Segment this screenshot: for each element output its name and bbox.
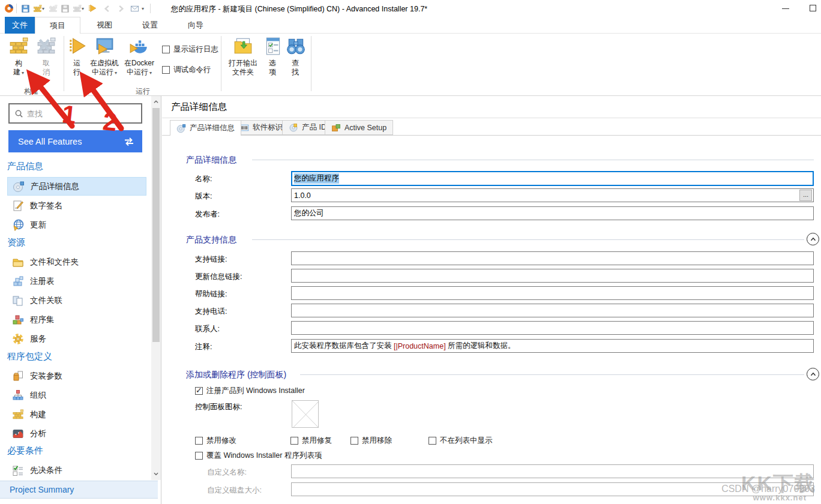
checkbox-box[interactable] xyxy=(195,437,203,445)
sidebar-item-registry[interactable]: 注册表 xyxy=(7,272,146,290)
version-browse-button[interactable]: ... xyxy=(799,190,812,201)
custom-disk-size-field[interactable] xyxy=(291,482,814,496)
disable-remove-checkbox[interactable]: 禁用移除 xyxy=(350,436,392,446)
quick-run-button[interactable] xyxy=(87,3,98,14)
collapse-add-remove-section-button[interactable] xyxy=(807,368,819,380)
sidebar-item-organization[interactable]: 组织 xyxy=(7,386,146,404)
register-product-checkbox[interactable]: 注册产品到 Windows Installer xyxy=(195,386,305,396)
tab-view[interactable]: 视图 xyxy=(84,17,125,34)
checkbox-box-checked[interactable] xyxy=(195,387,203,395)
support-phone-field[interactable] xyxy=(291,304,814,317)
help-link-field[interactable] xyxy=(291,286,814,300)
contact-field[interactable] xyxy=(291,321,814,335)
sidebar-item-analytics[interactable]: 分析 xyxy=(7,424,146,443)
debug-command-line-checkbox[interactable]: 调试命令行 xyxy=(162,65,211,75)
prerequisites-icon xyxy=(12,464,24,476)
override-installer-list-checkbox[interactable]: 覆盖 Windows Installer 程序列表项 xyxy=(195,451,322,461)
sidebar-item-updater[interactable]: 更新 xyxy=(7,215,146,234)
divider xyxy=(162,118,821,118)
checkbox-box[interactable] xyxy=(350,437,358,445)
build-icon xyxy=(8,36,29,56)
options-button[interactable]: 选 项 xyxy=(263,36,282,77)
publisher-label: 发布者: xyxy=(195,209,220,220)
tab-active-setup[interactable]: Active Setup xyxy=(325,120,393,135)
project-summary-button[interactable]: Project Summary xyxy=(0,481,158,499)
build-button[interactable]: 构 建 ▾ xyxy=(5,36,32,77)
publisher-field[interactable] xyxy=(291,206,814,220)
see-all-features-button[interactable]: See All Features xyxy=(8,130,142,152)
back-button xyxy=(101,3,112,14)
update-info-link-label: 更新信息链接: xyxy=(195,272,242,282)
tab-file[interactable]: 文件 xyxy=(5,17,35,34)
product-name-token: [|ProductName] xyxy=(394,342,446,350)
customize-toolbar-caret-icon[interactable]: ▾ xyxy=(142,7,144,11)
swap-arrows-icon xyxy=(123,137,135,146)
sidebar-item-file-associations[interactable]: 文件关联 xyxy=(7,291,146,310)
support-link-label: 支持链接: xyxy=(195,254,227,265)
custom-name-label: 自定义名称: xyxy=(207,467,247,478)
run-button[interactable]: 运 行 xyxy=(67,36,86,77)
custom-name-field[interactable] xyxy=(291,464,814,478)
registry-icon xyxy=(12,275,24,287)
feedback-button[interactable] xyxy=(129,3,140,14)
show-run-log-checkbox[interactable]: 显示运行日志 xyxy=(162,44,218,55)
ribbon-group-separator xyxy=(64,36,64,91)
control-panel-icon-label: 控制面板图标: xyxy=(195,402,242,412)
quick-build-button[interactable] xyxy=(32,3,43,14)
sidebar-item-builds[interactable]: 构建 xyxy=(7,405,146,424)
edit-package-button xyxy=(71,3,82,14)
tab-software-identification[interactable]: 软件标识 xyxy=(233,120,289,135)
edit-package-caret-icon[interactable]: ▾ xyxy=(82,7,84,11)
tab-settings[interactable]: 设置 xyxy=(130,17,170,34)
disable-modify-checkbox[interactable]: 禁用修改 xyxy=(195,436,236,446)
cancel-build-button: 取 消 xyxy=(34,36,59,77)
checkbox-box[interactable] xyxy=(290,437,298,445)
tab-wizards[interactable]: 向导 xyxy=(175,17,216,34)
scroll-up-icon[interactable] xyxy=(151,97,161,107)
scroll-down-icon[interactable] xyxy=(151,469,161,479)
toolbar-separator xyxy=(16,4,17,13)
checkbox-box[interactable] xyxy=(162,66,170,74)
update-info-link-field[interactable] xyxy=(291,269,814,283)
maximize-button[interactable] xyxy=(810,5,816,11)
checkbox-box[interactable] xyxy=(195,452,203,460)
support-link-field[interactable] xyxy=(291,251,814,265)
tab-project[interactable]: 项目 xyxy=(35,17,80,34)
quick-build-caret-icon[interactable]: ▾ xyxy=(42,7,44,11)
sidebar-scrollbar-thumb[interactable] xyxy=(152,108,160,342)
sidebar-item-assemblies[interactable]: 程序集 xyxy=(7,310,146,329)
open-output-folder-button[interactable]: 打开输出 文件夹 xyxy=(226,36,260,77)
collapse-support-section-button[interactable] xyxy=(807,233,819,245)
sidebar-item-digital-signature[interactable]: 数字签名 xyxy=(7,196,146,215)
disable-repair-checkbox[interactable]: 禁用修复 xyxy=(290,436,332,446)
find-button[interactable]: 查 找 xyxy=(286,36,305,77)
run-in-docker-icon xyxy=(129,36,149,56)
tab-product-details[interactable]: 产品详细信息 xyxy=(170,120,241,136)
comments-field[interactable]: 此安装程序数据库包含了安装 [|ProductName] 所需的逻辑和数据。 xyxy=(291,339,814,353)
sidebar-item-prerequisites[interactable]: 先决条件 xyxy=(7,461,146,479)
sidebar-item-services[interactable]: 服务 xyxy=(7,329,146,348)
save-button[interactable] xyxy=(20,3,31,14)
run-in-vm-button[interactable]: 在虚拟机 中运行 ▾ xyxy=(88,36,121,77)
name-field[interactable]: 您的应用程序 xyxy=(291,171,814,186)
name-label: 名称: xyxy=(195,174,212,184)
sidebar-search-box[interactable] xyxy=(8,103,142,124)
hide-from-list-checkbox[interactable]: 不在列表中显示 xyxy=(429,436,493,446)
control-panel-icon-placeholder[interactable] xyxy=(292,400,319,428)
ribbon: 构 建 ▾ 取 消 构建 运 行 在虚拟机 中运行 ▾ 在Docker 中运行 … xyxy=(0,34,821,96)
save-all-button xyxy=(59,3,70,14)
minimize-button[interactable] xyxy=(782,8,789,9)
sidebar-item-files-folders[interactable]: 文件和文件夹 xyxy=(7,253,146,271)
search-input[interactable] xyxy=(27,109,129,118)
checkbox-box[interactable] xyxy=(162,46,170,53)
sidebar-item-product-details[interactable]: 产品详细信息 xyxy=(7,177,146,196)
ribbon-group-separator xyxy=(221,36,221,91)
run-in-docker-button[interactable]: 在Docker 中运行 ▾ xyxy=(121,36,157,77)
digital-signature-icon xyxy=(12,200,24,212)
version-field[interactable] xyxy=(291,188,814,202)
builds-bricks-icon xyxy=(12,409,24,421)
title-bar: ▾ ▾ ▾ 您的应用程序 - 新建项目 (Chinese (Simplified… xyxy=(0,0,821,17)
checkbox-box[interactable] xyxy=(429,437,436,445)
page-title: 产品详细信息 xyxy=(171,101,227,113)
sidebar-item-install-parameters[interactable]: 安装参数 xyxy=(7,367,146,385)
